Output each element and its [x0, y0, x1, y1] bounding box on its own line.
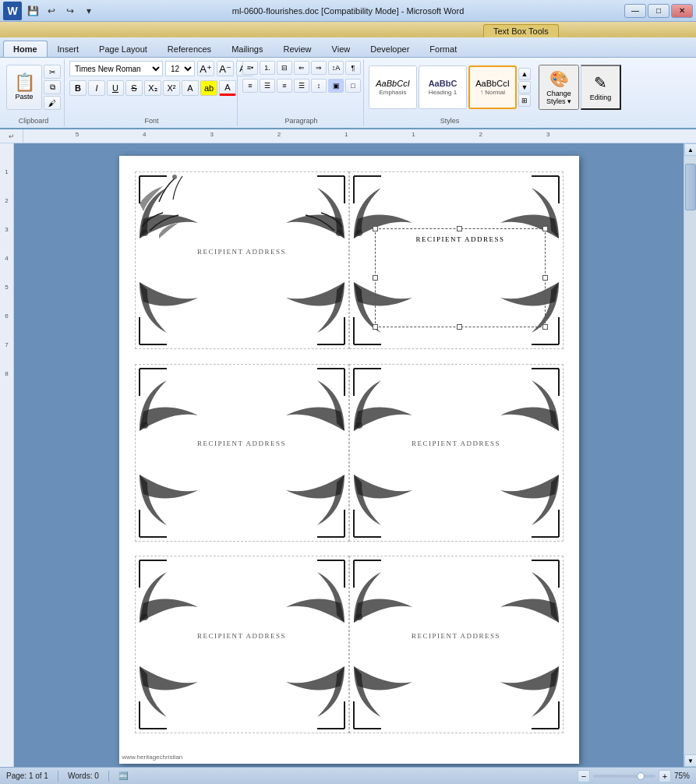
title-bar-left: W 💾 ↩ ↪ ▾ — [3, 2, 97, 20]
shading-btn[interactable]: ▣ — [328, 79, 344, 93]
addr-text-2-0: RECIPIENT ADDRESS — [197, 632, 286, 640]
paragraph-group: ≡• 1. ⊟ ⇐ ⇒ ↕A ¶ ≡ ☰ ≡ ☰ ↕ ▣ □ — [239, 59, 364, 126]
align-right-btn[interactable]: ≡ — [277, 79, 292, 93]
style-normal[interactable]: AaBbCcI ↑ Normal — [468, 65, 517, 109]
tab-page-layout[interactable]: Page Layout — [89, 41, 157, 57]
font-color-btn[interactable]: A — [219, 80, 236, 96]
editing-content: 🎨 ChangeStyles ▾ ✎ Editing — [539, 61, 626, 125]
handle-bl[interactable] — [373, 324, 378, 330]
copy-button[interactable]: ⧉ — [44, 80, 61, 94]
status-bar: Page: 1 of 1 Words: 0 🔤 − + 75% — [0, 767, 696, 784]
numbering-btn[interactable]: 1. — [260, 61, 275, 75]
justify-btn[interactable]: ☰ — [294, 79, 309, 93]
handle-bm[interactable] — [457, 324, 462, 330]
ruler-label-3: 3 — [210, 131, 213, 138]
styles-group: AaBbCcI Emphasis AaBbC Heading 1 AaBbCcI… — [366, 59, 534, 126]
bold-btn[interactable]: B — [69, 80, 87, 96]
words-status: Words: 0 — [68, 772, 99, 780]
zoom-slider[interactable] — [593, 775, 655, 778]
multilevel-btn[interactable]: ⊟ — [277, 61, 292, 75]
line-spacing-btn[interactable]: ↕ — [311, 79, 327, 93]
handle-ml[interactable] — [373, 275, 378, 281]
bullets-btn[interactable]: ≡• — [242, 61, 258, 75]
tab-home[interactable]: Home — [3, 41, 48, 57]
italic-btn[interactable]: I — [88, 80, 105, 96]
change-styles-btn[interactable]: 🎨 ChangeStyles ▾ — [539, 65, 579, 110]
zoom-in-btn[interactable]: + — [659, 770, 671, 782]
scroll-track[interactable] — [684, 156, 696, 754]
v-ruler-6: 6 — [0, 313, 13, 320]
quick-access-dropdown[interactable]: ▾ — [81, 3, 97, 19]
decrease-indent-btn[interactable]: ⇐ — [294, 61, 309, 75]
label-grid: RECIPIENT ADDRESS — [135, 171, 564, 748]
align-center-btn[interactable]: ☰ — [260, 79, 275, 93]
increase-indent-btn[interactable]: ⇒ — [311, 61, 327, 75]
close-btn[interactable]: ✕ — [671, 4, 693, 18]
tab-mailings[interactable]: Mailings — [221, 41, 273, 57]
font-grow-btn[interactable]: A⁺ — [197, 61, 214, 76]
style-heading1[interactable]: AaBbC Heading 1 — [419, 65, 467, 109]
superscript-btn[interactable]: X² — [163, 80, 180, 96]
font-shrink-btn[interactable]: A⁻ — [217, 61, 234, 76]
page-container[interactable]: RECIPIENT ADDRESS — [14, 143, 684, 767]
label-2-1: RECIPIENT ADDRESS — [349, 556, 564, 733]
show-para-btn[interactable]: ¶ — [345, 61, 361, 75]
scroll-thumb[interactable] — [685, 164, 696, 210]
styles-scroll-down[interactable]: ▼ — [518, 81, 531, 94]
handle-tl[interactable] — [373, 226, 378, 231]
font-size-select[interactable]: 12 — [165, 61, 195, 76]
tab-insert[interactable]: Insert — [48, 41, 90, 57]
underline-btn[interactable]: U — [107, 80, 124, 96]
paragraph-content: ≡• 1. ⊟ ⇐ ⇒ ↕A ¶ ≡ ☰ ≡ ☰ ↕ ▣ □ — [242, 61, 360, 125]
tab-review[interactable]: Review — [273, 41, 321, 57]
handle-tm[interactable] — [457, 226, 462, 231]
active-textbox[interactable]: RECIPIENT ADDRESS — [375, 228, 545, 327]
text-effects-btn[interactable]: A — [182, 80, 199, 96]
styles-expand[interactable]: ⊞ — [518, 94, 531, 107]
borders-btn[interactable]: □ — [345, 79, 361, 93]
zoom-area: − + 75% — [578, 770, 690, 782]
addr-text-0-1[interactable]: RECIPIENT ADDRESS — [415, 235, 504, 243]
align-left-btn[interactable]: ≡ — [242, 79, 258, 93]
zoom-out-btn[interactable]: − — [578, 770, 590, 782]
handle-mr[interactable] — [542, 275, 548, 281]
subscript-btn[interactable]: X₂ — [144, 80, 161, 96]
cut-button[interactable]: ✂ — [44, 65, 61, 79]
tab-developer[interactable]: Developer — [360, 41, 419, 57]
scroll-down-btn[interactable]: ▼ — [684, 754, 696, 767]
font-row-bottom: B I U S X₂ X² A ab A — [69, 80, 236, 96]
v-ruler-4: 4 — [0, 255, 13, 262]
handle-tr[interactable] — [542, 226, 548, 231]
minimize-btn[interactable]: — — [624, 4, 646, 18]
sort-btn[interactable]: ↕A — [328, 61, 344, 75]
undo-btn[interactable]: ↩ — [44, 3, 59, 19]
v-ruler-5: 5 — [0, 284, 13, 291]
maximize-btn[interactable]: □ — [648, 4, 670, 18]
text-highlight-btn[interactable]: ab — [200, 80, 217, 96]
svg-point-1 — [172, 175, 177, 179]
clipboard-content: 📋 Paste ✂ ⧉ 🖌 — [6, 61, 61, 125]
label-0-1: RECIPIENT ADDRESS — [349, 171, 564, 349]
scroll-up-btn[interactable]: ▲ — [684, 143, 696, 156]
redo-btn[interactable]: ↪ — [62, 3, 78, 19]
handle-br[interactable] — [542, 324, 548, 330]
editing-group: 🎨 ChangeStyles ▾ ✎ Editing — [535, 59, 629, 126]
flourish-tr-2-0 — [278, 556, 348, 627]
status-sep-1 — [58, 771, 58, 782]
format-painter-button[interactable]: 🖌 — [44, 96, 61, 110]
tab-view[interactable]: View — [322, 41, 361, 57]
editing-btn[interactable]: ✎ Editing — [581, 65, 621, 110]
quick-save-btn[interactable]: 💾 — [25, 3, 41, 19]
tab-format[interactable]: Format — [419, 41, 467, 57]
strikethrough-btn[interactable]: S — [125, 80, 143, 96]
context-tab-textbox[interactable]: Text Box Tools — [483, 24, 559, 37]
font-family-select[interactable]: Times New Roman — [69, 61, 163, 76]
styles-scroll-up[interactable]: ▲ — [518, 68, 531, 80]
style-emphasis[interactable]: AaBbCcI Emphasis — [369, 65, 417, 109]
flourish-br-2-0 — [278, 662, 348, 733]
vertical-scrollbar[interactable]: ▲ ▼ — [684, 143, 696, 767]
zoom-thumb[interactable] — [637, 772, 645, 780]
svg-point-5 — [356, 422, 362, 429]
tab-references[interactable]: References — [157, 41, 221, 57]
paste-button[interactable]: 📋 Paste — [6, 65, 42, 110]
